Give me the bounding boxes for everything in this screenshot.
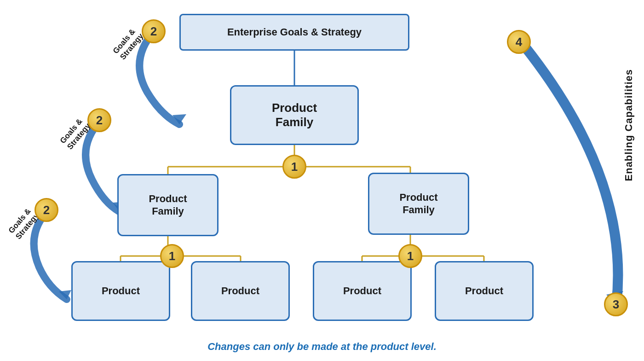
product-family-top: ProductFamily	[230, 85, 359, 145]
svg-marker-15	[59, 290, 71, 299]
product-4-label: Product	[465, 285, 503, 297]
badge-2-mid: 2	[87, 108, 111, 132]
enterprise-title: Enterprise Goals & Strategy	[227, 26, 362, 38]
goals-strategy-label-top: Goals &Strategy	[111, 26, 145, 62]
product-box-2: Product	[191, 261, 290, 321]
badge-3: 3	[604, 292, 628, 316]
pf-right-label: ProductFamily	[399, 192, 437, 216]
diagram-container: Enterprise Goals & Strategy ProductFamil…	[0, 0, 644, 361]
badge-1-top: 1	[282, 155, 306, 179]
badge-1-right: 1	[398, 244, 422, 268]
product-family-right: ProductFamily	[368, 173, 469, 235]
badge-2-bot: 2	[34, 198, 58, 222]
svg-marker-13	[172, 114, 186, 124]
pf-top-label: ProductFamily	[272, 101, 317, 129]
product-family-left: ProductFamily	[117, 174, 218, 236]
caption: Changes can only be made at the product …	[0, 341, 644, 353]
enterprise-box: Enterprise Goals & Strategy	[179, 14, 409, 51]
badge-4: 4	[507, 30, 531, 54]
enabling-capabilities-label: Enabling Capabilities	[623, 69, 635, 181]
pf-left-label: ProductFamily	[149, 193, 187, 217]
product-1-label: Product	[102, 285, 140, 297]
product-2-label: Product	[221, 285, 259, 297]
product-box-4: Product	[435, 261, 534, 321]
badge-1-left: 1	[160, 244, 184, 268]
product-box-1: Product	[71, 261, 170, 321]
badge-2-top: 2	[142, 19, 166, 43]
product-3-label: Product	[343, 285, 381, 297]
product-box-3: Product	[313, 261, 412, 321]
